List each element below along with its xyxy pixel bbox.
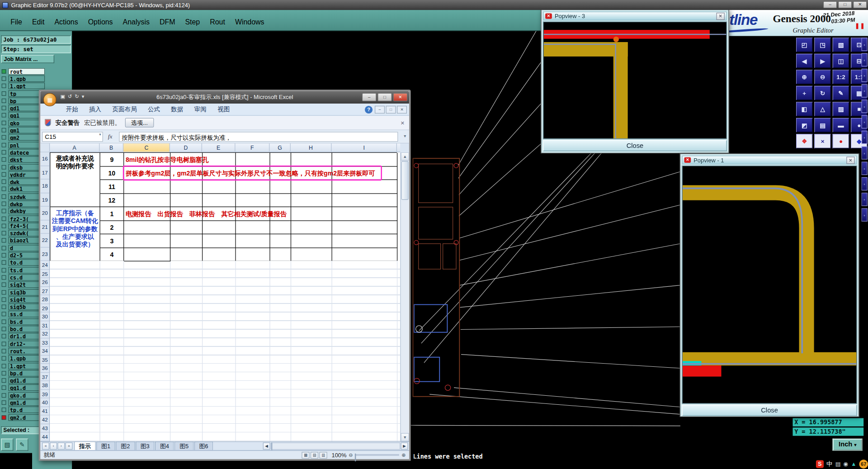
menu-item[interactable]: DFM [155,17,180,27]
cell-empty[interactable] [170,180,203,194]
row-header[interactable]: 33 [40,338,49,347]
minimize-button[interactable]: – [823,1,837,8]
page-layout-view-icon[interactable]: ▤ [311,452,318,459]
security-bar-close-icon[interactable]: ✕ [401,120,405,125]
zoom-slider-thumb[interactable] [355,454,356,461]
security-options-button[interactable]: 选项... [125,118,154,128]
layer-name[interactable]: 1.gpb [8,75,45,82]
layer-color-box[interactable] [2,305,6,309]
cell-empty[interactable] [332,180,397,194]
job-field[interactable]: Job : 6s73u02ja0 [1,35,71,43]
excel-restore-button[interactable]: □ [377,93,392,101]
layer-color-box[interactable] [2,283,6,287]
units-button[interactable]: Inch ▾ [833,439,863,451]
layer-color-box[interactable] [2,415,6,420]
menu-item[interactable]: Analysis [118,17,155,27]
toolbar-button[interactable]: + [796,86,813,100]
layer-color-box[interactable] [2,76,6,81]
formula-expand-icon[interactable]: ▼ [403,134,407,138]
sheet-tab[interactable]: 图6 [194,441,213,450]
office-button[interactable]: ▦ [43,93,57,106]
layer-color-box[interactable] [2,341,6,346]
popview-3-close-icon[interactable]: ✕ [716,13,724,20]
cell-empty[interactable] [170,234,203,248]
column-header[interactable]: E [202,143,235,152]
layer-color-box[interactable] [2,84,6,88]
cell-empty[interactable] [270,248,292,261]
name-box[interactable]: C15 [42,132,103,142]
layer-color-box[interactable] [2,297,6,302]
popview-1-close-button[interactable]: Close [682,405,857,416]
layer-name[interactable]: rout [8,68,45,75]
layer-color-box[interactable] [2,106,6,110]
merged-cell-process[interactable]: 工序指示（备 注需要CAM转化 到ERP中的参数 、生产要求以 及出货要求） [50,207,100,261]
layer-color-box[interactable] [2,142,6,147]
layer-color-box[interactable] [2,180,6,184]
cell-empty[interactable] [291,248,332,261]
side-strip-button[interactable]: ▫ [861,208,867,221]
toolbar-button[interactable]: ✎ [833,86,849,100]
menu-item[interactable]: File [5,17,27,27]
layer-color-box[interactable] [2,364,6,368]
side-strip-button[interactable]: ▫ [861,53,867,66]
cell-empty[interactable] [203,234,236,248]
layer-color-box[interactable] [2,194,6,199]
cell-instruction[interactable] [124,180,170,194]
row-header[interactable]: 18 [40,180,49,193]
cell-empty[interactable] [203,180,236,194]
cell-empty[interactable] [170,248,203,261]
row-header[interactable]: 32 [40,330,49,338]
scroll-down-icon[interactable]: ▼ [401,433,409,441]
menu-item[interactable]: Windows [230,17,269,27]
layer-color-box[interactable] [2,386,6,390]
ribbon-tab[interactable]: 公式 [142,104,165,115]
hscroll-track[interactable] [271,442,401,450]
row-header[interactable]: 17 [40,166,49,180]
sheet-tab[interactable]: 图3 [136,441,155,450]
layer-color-box[interactable] [2,69,6,74]
row-header[interactable]: 41 [40,407,49,416]
popview-3-close-button[interactable]: Close [543,140,727,151]
cell-empty[interactable] [270,153,292,166]
step-field[interactable]: Step: set [1,45,71,53]
popview-3-window[interactable]: ✕ Popview - 3 ✕ Close [541,9,729,153]
cell-empty[interactable] [170,194,203,207]
column-header[interactable]: D [170,143,202,152]
ribbon-tab[interactable]: 插入 [84,104,107,115]
normal-view-icon[interactable]: ▦ [302,452,309,459]
select-all-corner[interactable] [40,143,50,152]
row-header[interactable]: 24 [40,261,49,270]
show-hidden-icons[interactable]: ▲ [851,461,856,467]
toolbar-button[interactable]: ↻ [814,86,831,100]
layer-color-box[interactable] [2,128,6,133]
page-break-view-icon[interactable]: ▥ [320,452,327,459]
column-header[interactable]: A [50,143,99,152]
cell-instruction[interactable] [124,234,170,248]
layer-color-box[interactable] [2,275,6,280]
column-header[interactable]: H [291,143,332,152]
cell-empty[interactable] [236,234,270,248]
toolbar-button[interactable]: × [814,134,831,148]
cell-empty[interactable] [332,153,397,166]
cell-number[interactable]: 11 [100,180,124,194]
sheet-tab[interactable]: 指示 [74,441,96,450]
layer-color-box[interactable] [2,349,6,353]
layer-color-box[interactable] [2,319,6,324]
side-strip-button[interactable]: ▫ [861,38,867,51]
cell-instruction[interactable] [124,248,170,261]
excel-close-button[interactable]: ✕ [393,93,407,101]
layer-row[interactable]: 1.gpb [0,75,72,82]
spreadsheet-grid[interactable]: 1617181920212223 24252627282930313233343… [40,152,409,441]
empty-rows-area[interactable] [50,261,400,441]
sheet-tab[interactable]: 图5 [175,441,193,450]
cell-instruction[interactable]: 8mil的钻孔按非导电树脂塞孔 [124,153,170,166]
sheet-nav-button[interactable]: › [57,442,65,450]
ime-language-icon[interactable]: 中 [826,460,832,468]
side-strip-button[interactable]: ▫ [861,131,867,144]
row-header[interactable]: 44 [40,433,49,441]
cell-number[interactable]: 9 [100,153,124,166]
cell-empty[interactable] [291,180,332,194]
popview-1-window[interactable]: ✕ Popview - 1 ✕ Close [680,153,859,417]
scrollbar-thumb[interactable] [401,161,409,200]
layer-color-box[interactable] [2,261,6,265]
